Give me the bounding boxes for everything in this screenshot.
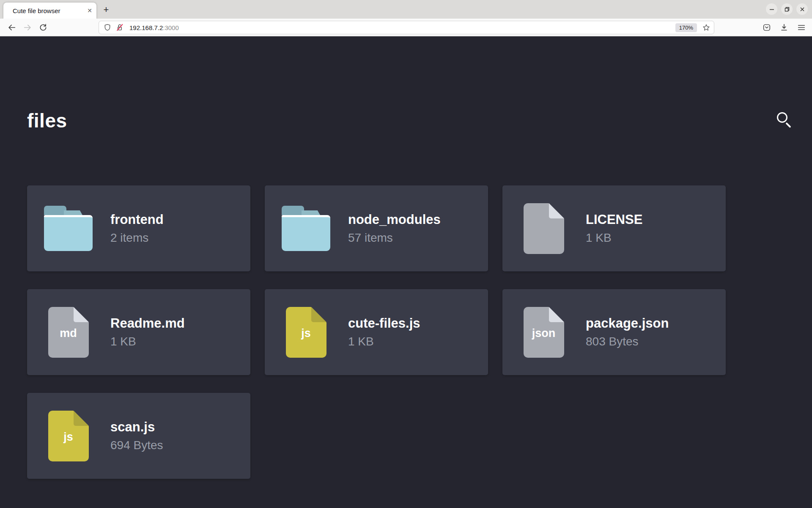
url-port: :3000	[163, 24, 179, 31]
file-icon: json	[524, 307, 564, 358]
card-frontend[interactable]: frontend 2 items	[27, 185, 250, 271]
file-meta: 694 Bytes	[110, 439, 163, 452]
forward-button[interactable]	[21, 21, 34, 34]
menu-hamburger-icon[interactable]	[797, 23, 806, 32]
file-name: Readme.md	[110, 316, 185, 331]
file-meta: 57 items	[348, 231, 441, 245]
minimize-icon	[769, 6, 775, 12]
shield-icon[interactable]	[103, 23, 112, 32]
navigation-toolbar: 192.168.7.2:3000 170%	[0, 19, 812, 36]
search-button[interactable]	[776, 111, 793, 130]
card-readme-md[interactable]: md Readme.md 1 KB	[27, 289, 250, 375]
file-meta: 1 KB	[110, 335, 185, 348]
card-scan-js[interactable]: js scan.js 694 Bytes	[27, 393, 250, 479]
file-meta: 1 KB	[586, 231, 642, 245]
download-icon[interactable]	[779, 23, 789, 32]
close-button[interactable]	[796, 3, 808, 15]
file-name: frontend	[110, 212, 164, 227]
file-type-label: json	[532, 327, 556, 340]
reload-button[interactable]	[36, 21, 50, 34]
insecure-lock-icon[interactable]	[115, 23, 124, 32]
tab-close-icon[interactable]: ✕	[87, 8, 92, 14]
card-cute-files-js[interactable]: js cute-files.js 1 KB	[265, 289, 488, 375]
file-name: scan.js	[110, 420, 163, 435]
file-type-label: js	[301, 327, 311, 340]
search-icon	[777, 112, 787, 123]
file-name: package.json	[586, 316, 669, 331]
file-icon: md	[48, 307, 89, 358]
close-icon	[799, 6, 805, 12]
page-title: files	[27, 109, 67, 132]
file-icon: js	[48, 411, 89, 461]
card-package-json[interactable]: json package.json 803 Bytes	[502, 289, 726, 375]
toolbar-right-icons	[762, 21, 806, 34]
bookmark-star-icon[interactable]	[702, 23, 710, 32]
url-text[interactable]: 192.168.7.2:3000	[129, 24, 675, 31]
file-meta: 2 items	[110, 231, 164, 245]
zoom-level-badge[interactable]: 170%	[675, 23, 697, 32]
file-name: LICENSE	[586, 212, 642, 227]
card-node-modules[interactable]: node_modules 57 items	[265, 185, 488, 271]
file-meta: 803 Bytes	[586, 335, 669, 348]
restore-button[interactable]	[781, 3, 793, 15]
back-icon	[7, 23, 16, 32]
page-header: files	[27, 36, 793, 132]
tab-title: Cute file browser	[13, 7, 84, 14]
address-bar[interactable]: 192.168.7.2:3000 170%	[99, 21, 714, 34]
url-host: 192.168.7.2	[129, 24, 163, 31]
file-grid: frontend 2 items node_modules 57 items L…	[27, 185, 812, 479]
pocket-icon[interactable]	[762, 23, 771, 32]
file-type-label: js	[63, 431, 73, 444]
file-browser-page: files frontend 2 items node_modules 57 i…	[0, 36, 812, 508]
folder-icon	[44, 206, 93, 251]
file-type-label: md	[60, 327, 77, 340]
file-icon	[524, 203, 564, 254]
new-tab-button[interactable]: +	[100, 3, 112, 16]
back-button[interactable]	[5, 21, 19, 34]
file-name: cute-files.js	[348, 316, 420, 331]
folder-icon	[282, 206, 330, 251]
browser-tab[interactable]: Cute file browser ✕	[3, 3, 96, 19]
file-meta: 1 KB	[348, 335, 420, 348]
forward-icon	[23, 23, 32, 32]
card-license[interactable]: LICENSE 1 KB	[502, 185, 726, 271]
file-name: node_modules	[348, 212, 441, 227]
tab-bar: Cute file browser ✕ +	[0, 0, 812, 19]
restore-icon	[784, 6, 790, 12]
file-icon: js	[286, 307, 326, 358]
reload-icon	[38, 23, 48, 32]
window-controls	[766, 3, 808, 15]
minimize-button[interactable]	[766, 3, 777, 15]
